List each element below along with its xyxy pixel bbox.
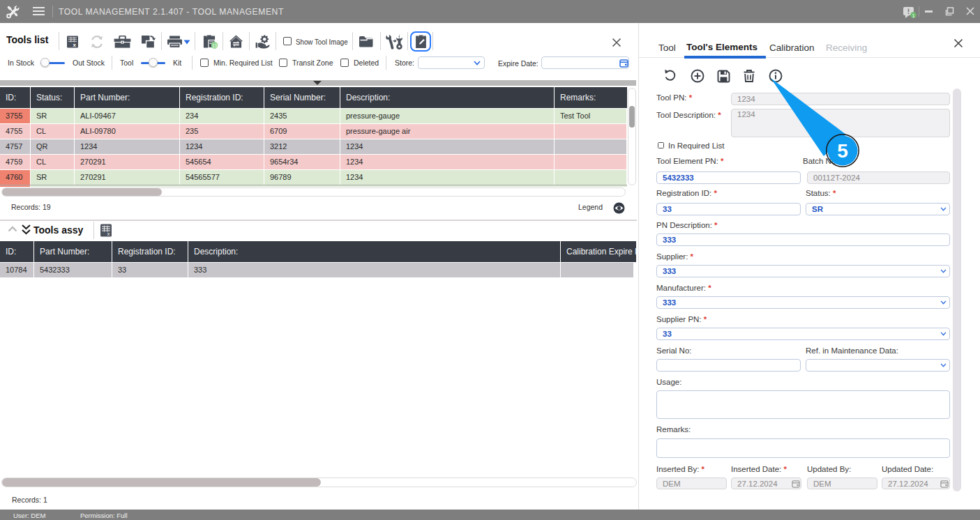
svg-text:x: x: [73, 42, 77, 48]
svg-text:1: 1: [912, 13, 914, 19]
svg-text:x: x: [107, 231, 110, 236]
svg-text:13: 13: [212, 43, 218, 48]
svg-text:5: 5: [837, 140, 848, 162]
